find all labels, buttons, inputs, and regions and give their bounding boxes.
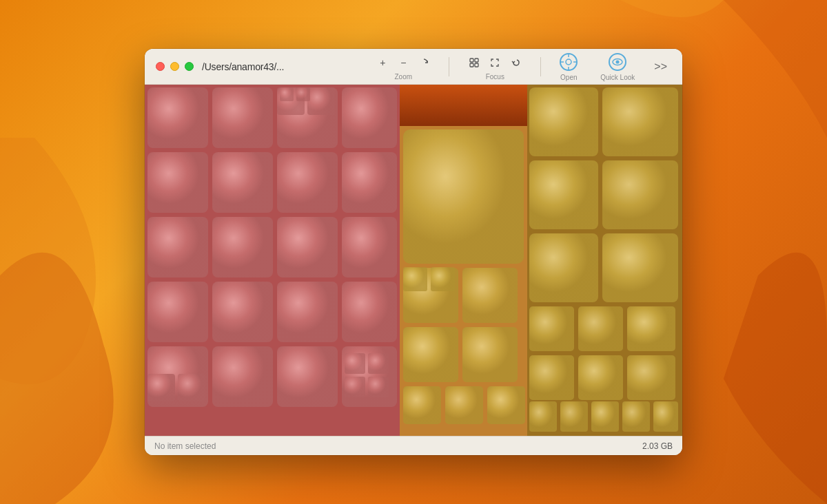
svg-rect-52 <box>403 386 441 424</box>
rotate-icon <box>419 58 429 67</box>
svg-rect-54 <box>487 386 525 424</box>
storage-size: 2.03 GB <box>642 441 673 451</box>
svg-rect-51 <box>462 327 518 382</box>
svg-rect-2 <box>470 63 473 67</box>
svg-rect-59 <box>578 355 623 400</box>
svg-rect-20 <box>147 152 208 213</box>
svg-point-12 <box>616 60 620 63</box>
svg-rect-63 <box>591 401 619 432</box>
zoom-out-button[interactable]: − <box>394 53 413 72</box>
quicklook-icon <box>608 52 627 72</box>
rotate-button[interactable] <box>414 53 433 72</box>
svg-rect-49 <box>462 268 518 323</box>
zoom-in-button[interactable]: + <box>373 53 392 72</box>
svg-rect-72 <box>280 87 294 101</box>
focus-icons <box>464 53 525 72</box>
toolbar-separator-2 <box>540 57 541 76</box>
open-label: Open <box>560 74 577 81</box>
svg-rect-27 <box>342 217 397 277</box>
zoom-group: + − Zoom <box>373 53 433 81</box>
svg-rect-34 <box>277 346 338 407</box>
undo-icon <box>511 58 520 67</box>
svg-rect-56 <box>578 306 623 351</box>
statusbar: No item selected 2.03 GB <box>145 436 682 455</box>
svg-rect-73 <box>296 87 310 101</box>
quicklook-label: Quick Look <box>600 74 635 81</box>
svg-rect-45 <box>602 160 678 229</box>
finder-window: /Users/anamor43/... + − Zoom <box>145 49 682 455</box>
svg-rect-60 <box>627 355 675 400</box>
svg-rect-17 <box>212 87 273 148</box>
path-label: /Users/anamor43/... <box>202 61 360 72</box>
open-button[interactable]: Open <box>555 51 582 83</box>
zoom-icons: + − <box>373 53 433 72</box>
svg-rect-67 <box>431 267 455 291</box>
fit-icon <box>490 58 500 67</box>
maximize-button[interactable] <box>185 62 194 71</box>
svg-rect-33 <box>212 346 273 407</box>
svg-rect-36 <box>147 374 175 401</box>
grid-icon <box>469 58 479 67</box>
focus-label: Focus <box>486 73 504 81</box>
svg-rect-26 <box>277 217 338 277</box>
svg-rect-42 <box>529 87 598 156</box>
focus-group: Focus <box>464 53 525 81</box>
svg-rect-21 <box>212 152 273 213</box>
svg-rect-46 <box>529 233 598 302</box>
status-text: No item selected <box>154 441 642 451</box>
minimize-button[interactable] <box>170 62 179 71</box>
svg-rect-69 <box>368 353 389 374</box>
svg-rect-22 <box>277 152 338 213</box>
svg-rect-44 <box>529 160 598 229</box>
svg-rect-19 <box>342 87 397 148</box>
undo-button[interactable] <box>506 53 525 72</box>
svg-rect-43 <box>602 87 678 156</box>
grid-button[interactable] <box>464 53 484 72</box>
svg-rect-23 <box>342 152 397 213</box>
svg-rect-50 <box>403 327 458 382</box>
svg-rect-65 <box>653 401 678 432</box>
svg-rect-24 <box>147 217 208 277</box>
svg-rect-71 <box>368 377 389 397</box>
svg-rect-62 <box>560 401 588 432</box>
close-button[interactable] <box>156 62 165 71</box>
traffic-lights <box>156 62 194 71</box>
svg-rect-70 <box>345 377 365 397</box>
quicklook-button[interactable]: Quick Look <box>596 51 639 83</box>
titlebar: /Users/anamor43/... + − Zoom <box>145 49 682 85</box>
svg-rect-30 <box>277 282 338 342</box>
svg-point-5 <box>566 59 571 65</box>
svg-rect-47 <box>602 233 678 302</box>
svg-rect-3 <box>475 63 478 67</box>
svg-rect-15 <box>400 85 527 126</box>
svg-rect-28 <box>147 282 208 342</box>
svg-rect-55 <box>529 306 574 351</box>
svg-rect-64 <box>622 401 650 432</box>
fit-button[interactable] <box>485 53 504 72</box>
svg-rect-39 <box>307 87 335 115</box>
svg-rect-29 <box>212 282 273 342</box>
svg-rect-16 <box>147 87 208 148</box>
svg-rect-25 <box>212 217 273 277</box>
svg-rect-66 <box>403 267 427 291</box>
svg-rect-37 <box>178 374 205 401</box>
svg-rect-40 <box>403 129 524 264</box>
open-icon <box>559 52 578 72</box>
more-button[interactable]: >> <box>650 58 671 76</box>
svg-rect-1 <box>475 59 478 62</box>
svg-rect-53 <box>445 386 483 424</box>
svg-rect-68 <box>345 353 365 374</box>
fractal-visualization <box>145 85 682 436</box>
toolbar-separator-1 <box>449 57 449 76</box>
svg-rect-31 <box>342 282 397 342</box>
svg-rect-0 <box>470 59 473 62</box>
svg-rect-57 <box>627 306 675 351</box>
svg-rect-58 <box>529 355 574 400</box>
content-area <box>145 85 682 436</box>
zoom-label: Zoom <box>395 73 413 81</box>
svg-rect-61 <box>529 401 557 432</box>
